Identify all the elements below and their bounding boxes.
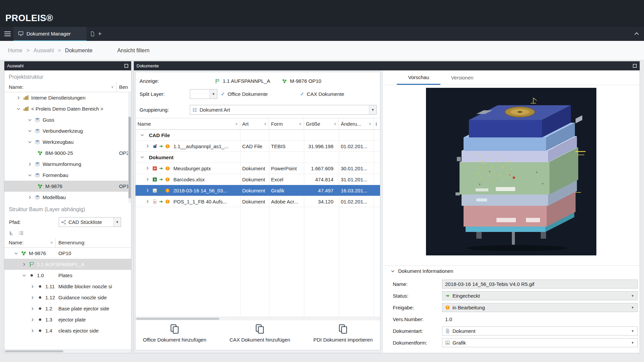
panel-options-icon[interactable] [124, 64, 128, 68]
tree-view-icon[interactable] [9, 230, 14, 236]
scrollbar-thumb[interactable] [128, 117, 131, 198]
expand-chevron-icon[interactable] [145, 166, 150, 171]
field-status-input[interactable]: Eingecheckt▾ [442, 291, 638, 300]
project-tree-item-bm-9000-25[interactable]: BM-9000-25OP2 [4, 147, 131, 159]
dropdown-arrow-icon[interactable]: ▾ [629, 305, 636, 310]
tab-vorschau[interactable]: Vorschau [397, 70, 440, 85]
project-tree-item-verbundwerkzeug[interactable]: Verbundwerkzeug [4, 125, 131, 136]
expand-chevron-icon[interactable] [145, 177, 150, 182]
collapse-chevron-icon[interactable] [16, 106, 21, 112]
scrollbar-thumb[interactable] [136, 318, 219, 320]
dropdown-arrow-icon[interactable]: ▾ [629, 341, 636, 345]
expand-chevron-icon[interactable] [27, 162, 33, 167]
scrollbar-thumb[interactable] [5, 350, 63, 352]
project-tree-item-m-9876[interactable]: M-9876OP1 [4, 181, 131, 192]
office-dokumente-checkbox[interactable]: ✓ Office Dokumente [221, 91, 268, 97]
expand-chevron-icon[interactable] [145, 188, 150, 193]
field-name-input[interactable]: 2018-03-16 14_56_03-Tebis V4.0 R5.gif [442, 280, 638, 289]
expand-chevron-icon[interactable] [30, 295, 35, 300]
breadcrumb-dokumente[interactable]: Dokumente [65, 48, 93, 54]
dropdown-arrow-icon[interactable]: ▾ [629, 329, 636, 333]
field-vers-number-input[interactable]: 1.0 [442, 315, 638, 324]
project-tree-item-warmumformung[interactable]: Warmumformung [4, 159, 131, 170]
filter-chevron-icon[interactable]: ∨ [234, 122, 238, 126]
structure-tree-item-1-4[interactable]: 1.4cleats ejector side [4, 325, 131, 336]
breadcrumb-home[interactable]: Home [8, 48, 22, 54]
field-freigabe-input[interactable]: in Bearbeitung▾ [442, 303, 638, 312]
project-tree-item-modellbau[interactable]: Modellbau [4, 192, 131, 203]
dokument-informationen-header[interactable]: Dokument Informationen [383, 265, 640, 276]
expand-chevron-icon[interactable] [30, 317, 35, 322]
breadcrumb-auswahl[interactable]: Auswahl [34, 48, 54, 54]
secondary-tab[interactable] [87, 27, 97, 41]
split-layer-combobox[interactable]: ▼ [190, 89, 217, 99]
column-header-größe[interactable]: Größe∨ [304, 118, 339, 129]
structure-tree-item-1-0[interactable]: 1.0Plates [4, 270, 131, 281]
column-header-form[interactable]: Form∨ [269, 118, 304, 129]
expand-chevron-icon[interactable] [27, 195, 33, 200]
column-header-benennung[interactable]: Benennung: [56, 238, 86, 247]
column-header-name[interactable]: Name∨ [136, 118, 240, 129]
document-row-pos-1-1-fb-40-aufs[interactable]: APOS_1_1_FB 40 Aufs...DokumentAdobe Acr.… [136, 196, 380, 207]
dropdown-arrow-icon[interactable]: ▼ [113, 218, 121, 227]
new-tab-button[interactable]: + [97, 27, 106, 41]
group-row-dokument[interactable]: Dokument [136, 152, 380, 163]
pfad-combobox[interactable]: CAD Stückliste ▼ [59, 217, 121, 227]
column-header-art[interactable]: Art∨ [240, 118, 269, 129]
pdi-dokument-importieren-button[interactable]: PDI Dokument importieren [311, 323, 375, 350]
panel-options-icon[interactable] [633, 64, 637, 68]
project-tree-item-proleis-demo-daten-bereich[interactable]: < Proleis Demo Daten Bereich > [4, 103, 131, 114]
dropdown-arrow-icon[interactable]: ▼ [369, 105, 376, 114]
dropdown-arrow-icon[interactable]: ▼ [210, 89, 217, 99]
expand-chevron-icon[interactable] [16, 95, 21, 101]
gruppierung-combobox[interactable]: Dokument Art ▼ [190, 105, 377, 115]
column-header-i[interactable]: i [374, 118, 380, 129]
project-tree-item-guss[interactable]: Guss [4, 114, 131, 125]
structure-tree-item-1-3[interactable]: 1.3ejector plate [4, 314, 131, 325]
collapse-chevron-icon[interactable] [27, 173, 33, 178]
filter-chevron-icon[interactable]: ∨ [367, 122, 371, 126]
filter-chevron-icon[interactable]: ∨ [263, 122, 267, 126]
expand-chevron-icon[interactable] [30, 284, 35, 289]
hamburger-menu-button[interactable] [0, 27, 13, 41]
collapse-ribbon-button[interactable] [634, 27, 639, 41]
column-header-name[interactable]: Name: ∨ [4, 238, 56, 247]
filter-chevron-icon[interactable]: ∨ [50, 240, 53, 245]
collapse-chevron-icon[interactable] [140, 155, 145, 160]
column-header-benennung[interactable]: Ben [116, 82, 128, 92]
collapse-chevron-icon[interactable] [27, 139, 33, 145]
dropdown-arrow-icon[interactable]: ▾ [629, 294, 636, 298]
group-row-cad-file[interactable]: CAD File [136, 130, 380, 141]
tab-dokument-manager[interactable]: Dokument Manager [13, 27, 87, 41]
office-dokument-hinzufuegen-button[interactable]: Office Dokument hinzufügen [140, 323, 209, 350]
project-tree-item-werkzeugbau[interactable]: Werkzeugbau [4, 136, 131, 147]
collapse-chevron-icon[interactable] [13, 251, 19, 256]
tab-versionen[interactable]: Versionen [440, 70, 484, 85]
project-tree-item-interne-dienstleistungen[interactable]: Interne Dienstleistungen [4, 92, 131, 103]
expand-chevron-icon[interactable] [21, 262, 27, 267]
document-row-barcodes-xlsx[interactable]: XBarcodes.xlsxDokumentExcel474.81431.01.… [136, 174, 380, 185]
structure-tree-item-1-12[interactable]: 1.12Guidance noozle side [4, 292, 131, 303]
filter-chevron-icon[interactable]: ∨ [332, 122, 336, 126]
filter-chevron-icon[interactable]: ∨ [111, 85, 114, 89]
filter-chevron-icon[interactable]: ∨ [298, 122, 302, 126]
column-header-änderu[interactable]: Änderu...∨ [339, 118, 374, 129]
document-row-1-1-aufspannpl-as1[interactable]: 1.1__aufspannpl_as1_...CAD FileTEBIS31.9… [136, 141, 380, 152]
collapse-chevron-icon[interactable] [21, 273, 27, 278]
column-header-name[interactable]: Name: ∨ [4, 82, 116, 92]
expand-chevron-icon[interactable] [145, 143, 150, 149]
list-view-icon[interactable] [18, 230, 24, 236]
expand-chevron-icon[interactable] [145, 199, 150, 204]
structure-tree-item-1-2[interactable]: 1.2Base plate ejector side [4, 303, 131, 314]
project-tree-item-formenbau[interactable]: Formenbau [4, 170, 131, 181]
cax-dokumente-checkbox[interactable]: ✓ CAX Dokumente [300, 91, 344, 97]
expand-chevron-icon[interactable] [30, 306, 35, 311]
structure-tree-item-1-11[interactable]: 1.11Middle blocker noozle si [4, 281, 131, 292]
cax-dokument-hinzufuegen-button[interactable]: CAX Dokument hinzufügen [227, 323, 293, 350]
ansicht-filtern-action[interactable]: Ansicht filtern [117, 48, 150, 54]
structure-tree-item-m-9876[interactable]: M-9876OP10 [4, 248, 131, 259]
collapse-chevron-icon[interactable] [27, 117, 33, 123]
field-dokumentform-input[interactable]: Grafik▾ [442, 338, 638, 347]
document-row-2018-03-16-14-56-03[interactable]: 2018-03-16 14_56_03...DokumentGrafik47.4… [136, 185, 380, 196]
collapse-chevron-icon[interactable] [140, 132, 145, 138]
